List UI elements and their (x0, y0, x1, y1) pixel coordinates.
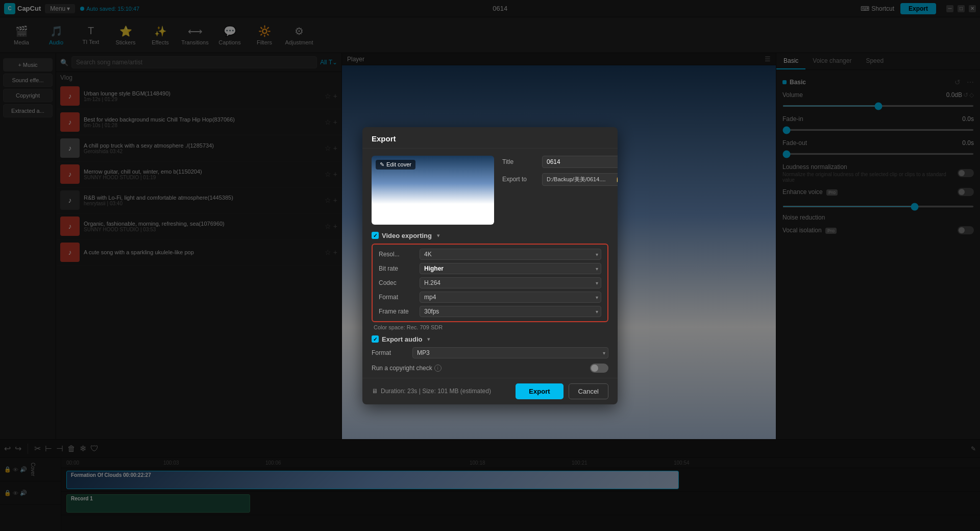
dialog-footer: 🖥 Duration: 23s | Size: 101 MB (estimate… (362, 378, 618, 404)
framerate-label: Frame rate (379, 308, 420, 315)
audio-format-select[interactable]: MP3 AAC WAV (412, 347, 608, 358)
video-section-title: ✓ Video exporting ▾ (372, 232, 608, 239)
resolution-select-wrap: 1080p 2K 4K ▾ (420, 249, 601, 260)
video-exporting-section: ✓ Video exporting ▾ Resol... 1080p 2K 4K (362, 232, 618, 335)
bitrate-select[interactable]: Low Medium Higher Highest (420, 263, 601, 274)
dialog-header: Export (362, 127, 618, 149)
format-select[interactable]: mp4 mov avi (420, 292, 601, 303)
bitrate-value: Low Medium Higher Highest ▾ (420, 263, 601, 274)
title-input[interactable] (542, 156, 618, 168)
resolution-select[interactable]: 1080p 2K 4K (420, 249, 601, 260)
audio-format-label: Format (372, 349, 412, 356)
codec-label: Codec (379, 279, 420, 286)
audio-section: ✓ Export audio ▾ Format MP3 AAC WAV ▾ (362, 335, 618, 364)
modal-overlay: Export ✎ Edit cover Title Export to D:/B… (0, 0, 980, 531)
dialog-actions: Export Cancel (516, 383, 608, 399)
title-label: Title (502, 158, 538, 165)
copyright-toggle[interactable] (590, 364, 608, 373)
cover-preview: ✎ Edit cover (372, 156, 494, 225)
info-icon: i (434, 365, 442, 372)
video-checkbox[interactable]: ✓ (372, 232, 379, 239)
edit-cover-button[interactable]: ✎ Edit cover (376, 160, 415, 170)
framerate-row: Frame rate 24fps 25fps 30fps 60fps ▾ (379, 306, 601, 317)
audio-format-value: MP3 AAC WAV ▾ (412, 347, 608, 358)
audio-settings-icon: ▾ (427, 336, 430, 343)
copyright-row: Run a copyright check i (362, 364, 618, 378)
video-settings-icon: ▾ (437, 232, 440, 239)
folder-icon[interactable]: 📁 (616, 176, 618, 183)
resolution-value: 1080p 2K 4K ▾ (420, 249, 601, 260)
form-section: Title Export to D:/Backup/美美/0614.... 📁 (502, 156, 618, 225)
export-button[interactable]: Export (516, 383, 563, 399)
copyright-label: Run a copyright check i (372, 365, 442, 372)
resolution-label: Resol... (379, 251, 420, 258)
bitrate-label: Bit rate (379, 265, 420, 272)
video-settings: Resol... 1080p 2K 4K ▾ Bit rate (372, 244, 608, 322)
color-space: Color space: Rec. 709 SDR (372, 324, 608, 330)
format-select-wrap: mp4 mov avi ▾ (420, 292, 601, 303)
audio-section-label: Export audio (382, 335, 422, 343)
export-dialog: Export ✎ Edit cover Title Export to D:/B… (362, 127, 618, 404)
export-path: D:/Backup/美美/0614.... 📁 (542, 173, 618, 186)
duration-text: Duration: 23s | Size: 101 MB (estimated) (381, 388, 491, 395)
duration-info: 🖥 Duration: 23s | Size: 101 MB (estimate… (372, 388, 491, 395)
framerate-select[interactable]: 24fps 25fps 30fps 60fps (420, 306, 601, 317)
format-row: Format mp4 mov avi ▾ (379, 292, 601, 303)
monitor-icon: 🖥 (372, 388, 378, 395)
codec-select[interactable]: H.264 H.265 ProRes (420, 277, 601, 288)
resolution-row: Resol... 1080p 2K 4K ▾ (379, 249, 601, 260)
export-to-row: Export to D:/Backup/美美/0614.... 📁 (502, 173, 618, 186)
audio-format-select-wrap: MP3 AAC WAV ▾ (412, 347, 608, 358)
audio-format-row: Format MP3 AAC WAV ▾ (372, 347, 608, 358)
codec-value: H.264 H.265 ProRes ▾ (420, 277, 601, 288)
cancel-button[interactable]: Cancel (569, 383, 608, 399)
framerate-select-wrap: 24fps 25fps 30fps 60fps ▾ (420, 306, 601, 317)
video-section-label: Video exporting (382, 232, 432, 239)
pencil-icon: ✎ (380, 161, 384, 168)
framerate-value: 24fps 25fps 30fps 60fps ▾ (420, 306, 601, 317)
bitrate-row: Bit rate Low Medium Higher Highest ▾ (379, 263, 601, 274)
export-to-label: Export to (502, 176, 538, 183)
audio-checkbox[interactable]: ✓ (372, 335, 379, 343)
bitrate-select-wrap: Low Medium Higher Highest ▾ (420, 263, 601, 274)
toggle-thumb (591, 365, 598, 372)
codec-row: Codec H.264 H.265 ProRes ▾ (379, 277, 601, 288)
format-value: mp4 mov avi ▾ (420, 292, 601, 303)
dialog-body: ✎ Edit cover Title Export to D:/Backup/美… (362, 149, 618, 232)
title-row: Title (502, 156, 618, 168)
format-label: Format (379, 294, 420, 301)
codec-select-wrap: H.264 H.265 ProRes ▾ (420, 277, 601, 288)
audio-section-title: ✓ Export audio ▾ (372, 335, 608, 343)
